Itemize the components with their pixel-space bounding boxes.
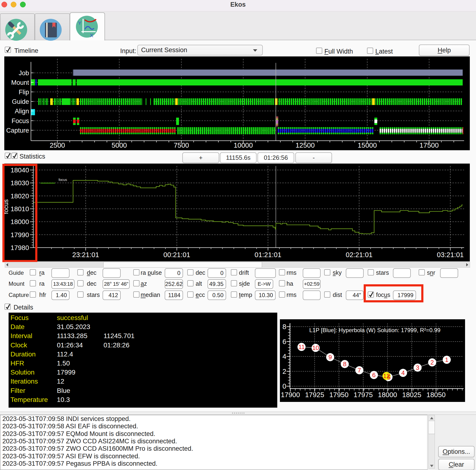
svg-text:Mount: Mount	[11, 79, 29, 86]
svg-text:10: 10	[312, 344, 319, 351]
svg-text:7: 7	[358, 367, 361, 374]
svg-text:10000: 10000	[234, 141, 253, 149]
svg-text:01:21:01: 01:21:01	[255, 251, 282, 259]
svg-text:17925: 17925	[305, 391, 324, 399]
svg-text:12500: 12500	[296, 141, 315, 149]
svg-text:03:21:01: 03:21:01	[437, 251, 464, 259]
svg-text:17500: 17500	[420, 141, 439, 149]
svg-text:23:21:01: 23:21:01	[72, 251, 99, 259]
svg-text:18000: 18000	[378, 391, 397, 399]
svg-text:11: 11	[298, 343, 305, 350]
svg-text:2500: 2500	[50, 141, 65, 149]
svg-text:0: 0	[283, 382, 286, 390]
svg-text:Y: Y	[78, 20, 81, 26]
svg-text:18025: 18025	[402, 391, 422, 399]
svg-text:5000: 5000	[112, 141, 127, 149]
svg-text:17975: 17975	[354, 391, 373, 399]
svg-text:X: X	[90, 33, 93, 38]
svg-text:17900: 17900	[281, 391, 300, 399]
svg-text:6: 6	[283, 338, 286, 346]
svg-text:2: 2	[283, 368, 286, 375]
svg-text:8: 8	[343, 361, 346, 368]
svg-text:9: 9	[328, 354, 332, 361]
svg-text:Guide: Guide	[12, 98, 29, 105]
svg-text:L1P [Blue]: Hyperbola (W) Solu: L1P [Blue]: Hyperbola (W) Solution: 1799…	[309, 327, 440, 333]
svg-text:8: 8	[283, 323, 286, 331]
svg-text:4: 4	[283, 353, 286, 360]
svg-text:focus: focus	[59, 178, 67, 182]
svg-text:4: 4	[401, 369, 405, 376]
svg-text:00:21:01: 00:21:01	[164, 251, 190, 259]
svg-text:3: 3	[416, 364, 419, 371]
svg-text:7500: 7500	[174, 141, 189, 149]
svg-text:02:21:01: 02:21:01	[346, 251, 373, 259]
svg-text:12: 12	[383, 372, 390, 380]
svg-text:17950: 17950	[329, 391, 349, 399]
svg-text:Capture: Capture	[6, 127, 29, 134]
svg-text:6: 6	[372, 371, 375, 379]
svg-text:Align: Align	[15, 108, 29, 115]
svg-text:2: 2	[430, 359, 434, 366]
svg-text:Flip: Flip	[18, 88, 29, 96]
svg-text:1: 1	[445, 356, 448, 363]
svg-text:Job: Job	[18, 70, 29, 77]
svg-text:18050: 18050	[426, 391, 446, 399]
svg-text:15000: 15000	[358, 141, 377, 149]
svg-text:Focus: Focus	[11, 117, 29, 124]
